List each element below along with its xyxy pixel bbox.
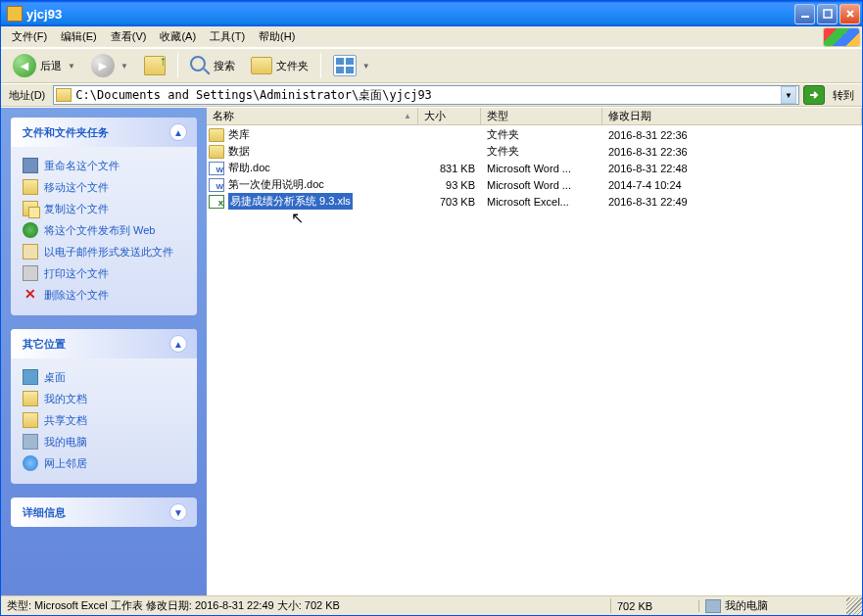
maximize-button[interactable] bbox=[817, 4, 838, 24]
task-link[interactable]: ✕删除这个文件 bbox=[23, 284, 187, 306]
column-type-header[interactable]: 类型 bbox=[481, 108, 602, 124]
chevron-down-icon: ▼ bbox=[68, 62, 75, 71]
folder-icon bbox=[7, 6, 23, 22]
file-name: 帮助.doc bbox=[228, 161, 270, 175]
menu-favorites[interactable]: 收藏(A) bbox=[153, 27, 203, 46]
file-name: 易捷成绩分析系统 9.3.xls bbox=[228, 193, 353, 210]
folder-icon bbox=[209, 145, 224, 159]
titlebar[interactable]: yjcj93 bbox=[1, 1, 862, 26]
up-button[interactable] bbox=[138, 51, 171, 80]
file-name: 第一次使用说明.doc bbox=[228, 177, 324, 192]
chevron-up-icon: ▲ bbox=[173, 127, 183, 138]
file-date: 2016-8-31 22:49 bbox=[602, 196, 862, 208]
search-icon bbox=[190, 56, 210, 75]
menu-help[interactable]: 帮助(H) bbox=[252, 27, 302, 46]
column-size-header[interactable]: 大小 bbox=[418, 108, 481, 124]
folder-icon bbox=[56, 88, 72, 102]
chevron-down-icon: ▼ bbox=[362, 62, 370, 71]
other-places-panel: 其它位置 ▲ 桌面我的文档共享文档我的电脑网上邻居 bbox=[11, 329, 197, 484]
file-size: 831 KB bbox=[418, 163, 481, 174]
status-location: 我的电脑 bbox=[699, 598, 846, 613]
delete-icon: ✕ bbox=[23, 287, 38, 303]
file-tasks-header[interactable]: 文件和文件夹任务 ▲ bbox=[11, 118, 197, 147]
expand-button[interactable]: ▼ bbox=[169, 503, 187, 521]
file-rows[interactable]: 类库文件夹2016-8-31 22:36数据文件夹2016-8-31 22:36… bbox=[207, 125, 862, 595]
maximize-icon bbox=[823, 9, 833, 19]
file-row[interactable]: 第一次使用说明.doc93 KBMicrosoft Word ...2014-7… bbox=[207, 176, 862, 193]
chevron-up-icon: ▲ bbox=[173, 339, 183, 350]
close-button[interactable] bbox=[839, 4, 860, 24]
details-header[interactable]: 详细信息 ▼ bbox=[11, 498, 197, 527]
status-location-label: 我的电脑 bbox=[725, 598, 768, 613]
collapse-button[interactable]: ▲ bbox=[169, 335, 187, 353]
task-link-label: 重命名这个文件 bbox=[44, 159, 120, 173]
back-arrow-icon: ◄ bbox=[13, 54, 36, 77]
xls-icon bbox=[209, 195, 224, 209]
menu-file[interactable]: 文件(F) bbox=[5, 27, 54, 46]
window-title: yjcj93 bbox=[26, 7, 794, 22]
other-places-header[interactable]: 其它位置 ▲ bbox=[11, 329, 197, 358]
minimize-button[interactable] bbox=[794, 4, 815, 24]
task-link[interactable]: 我的文档 bbox=[23, 388, 187, 409]
addressbar: 地址(D) C:\Documents and Settings\Administ… bbox=[1, 83, 862, 107]
column-date-header[interactable]: 修改日期 bbox=[602, 108, 862, 124]
task-link-label: 打印这个文件 bbox=[44, 266, 109, 281]
task-link-label: 删除这个文件 bbox=[44, 288, 109, 303]
go-arrow-icon bbox=[808, 89, 820, 101]
task-link[interactable]: 共享文档 bbox=[23, 409, 187, 431]
menu-edit[interactable]: 编辑(E) bbox=[54, 27, 104, 46]
address-label: 地址(D) bbox=[5, 88, 49, 103]
status-info: 类型: Microsoft Excel 工作表 修改日期: 2016-8-31 … bbox=[1, 598, 611, 613]
file-size: 703 KB bbox=[418, 196, 481, 208]
doc-icon bbox=[209, 162, 224, 175]
separator bbox=[320, 53, 321, 78]
task-link[interactable]: 打印这个文件 bbox=[23, 262, 187, 284]
task-link[interactable]: 以电子邮件形式发送此文件 bbox=[23, 241, 187, 262]
task-link[interactable]: 桌面 bbox=[23, 366, 187, 388]
file-type: 文件夹 bbox=[481, 144, 602, 159]
views-icon bbox=[333, 55, 357, 76]
file-row[interactable]: 易捷成绩分析系统 9.3.xls703 KBMicrosoft Excel...… bbox=[207, 193, 862, 210]
explorer-window: yjcj93 文件(F) 编辑(E) 查看(V) 收藏(A) 工具(T) 帮助(… bbox=[0, 0, 863, 616]
file-date: 2014-7-4 10:24 bbox=[602, 179, 862, 191]
file-date: 2016-8-31 22:36 bbox=[602, 146, 862, 158]
task-link[interactable]: 移动这个文件 bbox=[23, 176, 187, 198]
column-name-label: 名称 bbox=[213, 109, 234, 123]
other-places-title: 其它位置 bbox=[23, 337, 66, 352]
collapse-button[interactable]: ▲ bbox=[169, 123, 187, 141]
rename-icon bbox=[23, 158, 38, 173]
file-type: 文件夹 bbox=[481, 127, 602, 142]
resize-grip[interactable] bbox=[846, 597, 862, 615]
network-icon bbox=[23, 455, 38, 471]
file-row[interactable]: 类库文件夹2016-8-31 22:36 bbox=[207, 126, 862, 143]
doc-icon bbox=[209, 178, 224, 192]
column-name-header[interactable]: 名称 ▲ bbox=[207, 108, 418, 124]
forward-button[interactable]: ► ▼ bbox=[85, 51, 134, 80]
minimize-icon bbox=[800, 9, 810, 19]
folders-label: 文件夹 bbox=[276, 59, 309, 73]
task-link[interactable]: 网上邻居 bbox=[23, 452, 187, 474]
back-button[interactable]: ◄ 后退 ▼ bbox=[7, 51, 81, 80]
mydocs-icon bbox=[23, 391, 38, 406]
search-button[interactable]: 搜索 bbox=[184, 51, 241, 80]
address-combo[interactable]: C:\Documents and Settings\Administrator\… bbox=[53, 85, 799, 105]
task-link[interactable]: 复制这个文件 bbox=[23, 198, 187, 219]
file-row[interactable]: 数据文件夹2016-8-31 22:36 bbox=[207, 143, 862, 160]
file-type: Microsoft Excel... bbox=[481, 196, 602, 208]
file-row[interactable]: 帮助.doc831 KBMicrosoft Word ...2016-8-31 … bbox=[207, 160, 862, 176]
task-link[interactable]: 将这个文件发布到 Web bbox=[23, 219, 187, 241]
address-dropdown-button[interactable]: ▼ bbox=[781, 86, 796, 104]
go-label: 转到 bbox=[829, 88, 858, 103]
folder-icon bbox=[209, 128, 224, 142]
menu-tools[interactable]: 工具(T) bbox=[203, 27, 252, 46]
task-link[interactable]: 我的电脑 bbox=[23, 431, 187, 452]
go-button[interactable] bbox=[803, 85, 825, 105]
windows-logo-icon bbox=[823, 27, 860, 47]
print-icon bbox=[23, 265, 38, 281]
task-link[interactable]: 重命名这个文件 bbox=[23, 155, 187, 176]
task-link-label: 以电子邮件形式发送此文件 bbox=[44, 245, 173, 260]
menu-view[interactable]: 查看(V) bbox=[104, 27, 154, 46]
views-button[interactable]: ▼ bbox=[327, 51, 376, 80]
folders-button[interactable]: 文件夹 bbox=[245, 51, 314, 80]
task-link-label: 我的文档 bbox=[44, 392, 87, 406]
